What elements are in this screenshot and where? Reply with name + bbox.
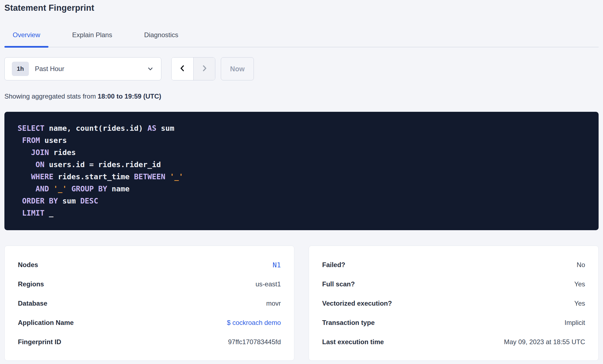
- time-range-badge: 1h: [12, 62, 29, 76]
- vectorized-value: Yes: [574, 300, 585, 307]
- database-label: Database: [18, 300, 47, 307]
- tab-bar: Overview Explain Plans Diagnostics: [4, 31, 599, 47]
- sql-code: SELECT name, count(rides.id) AS sum FROM…: [18, 122, 585, 219]
- regions-label: Regions: [18, 280, 44, 288]
- transaction-type-value: Implicit: [564, 319, 585, 327]
- tab-explain-plans[interactable]: Explain Plans: [64, 31, 120, 47]
- vectorized-label: Vectorized execution?: [322, 300, 392, 307]
- previous-interval-button[interactable]: [172, 58, 193, 80]
- detail-row-fingerprint-id: Fingerprint ID 97ffc170783445fd: [18, 332, 281, 352]
- failed-value: No: [577, 261, 585, 269]
- last-execution-value: May 09, 2023 at 18:55 UTC: [504, 338, 585, 346]
- fingerprint-id-value: 97ffc170783445fd: [228, 338, 281, 346]
- regions-value: us-east1: [256, 280, 281, 288]
- time-step-buttons: [171, 57, 215, 80]
- failed-label: Failed?: [322, 261, 345, 269]
- page-title: Statement Fingerprint: [4, 2, 599, 14]
- detail-row-last-execution: Last execution time May 09, 2023 at 18:5…: [322, 332, 585, 352]
- chevron-left-icon: [179, 64, 186, 73]
- statement-details-card: Nodes N1 Regions us-east1 Database movr …: [4, 246, 294, 361]
- nodes-label: Nodes: [18, 261, 38, 269]
- full-scan-value: Yes: [574, 280, 585, 288]
- time-range-select[interactable]: 1h Past Hour: [4, 57, 161, 80]
- statement-sql-box: SELECT name, count(rides.id) AS sum FROM…: [4, 112, 599, 230]
- aggregated-stats-text: Showing aggregated stats from 18:00 to 1…: [4, 92, 599, 101]
- time-range-label: Past Hour: [35, 65, 147, 73]
- detail-row-full-scan: Full scan? Yes: [322, 275, 585, 294]
- nodes-value-link[interactable]: N1: [273, 261, 281, 269]
- now-button[interactable]: Now: [221, 57, 254, 80]
- fingerprint-id-label: Fingerprint ID: [18, 338, 61, 346]
- detail-row-regions: Regions us-east1: [18, 275, 281, 294]
- detail-row-failed: Failed? No: [322, 255, 585, 275]
- application-name-label: Application Name: [18, 319, 74, 327]
- chevron-right-icon: [200, 64, 208, 73]
- detail-row-transaction-type: Transaction type Implicit: [322, 313, 585, 332]
- next-interval-button[interactable]: [193, 58, 215, 80]
- detail-row-database: Database movr: [18, 294, 281, 313]
- database-value: movr: [266, 300, 281, 307]
- tab-diagnostics[interactable]: Diagnostics: [136, 31, 186, 47]
- tab-overview[interactable]: Overview: [4, 31, 48, 47]
- application-name-value-link[interactable]: $ cockroach demo: [227, 319, 281, 327]
- time-controls: 1h Past Hour Now: [4, 57, 599, 80]
- aggregated-stats-range: 18:00 to 19:59 (UTC): [98, 93, 161, 100]
- transaction-type-label: Transaction type: [322, 319, 375, 327]
- chevron-down-icon: [147, 65, 154, 72]
- last-execution-label: Last execution time: [322, 338, 384, 346]
- full-scan-label: Full scan?: [322, 280, 355, 288]
- execution-attributes-card: Failed? No Full scan? Yes Vectorized exe…: [309, 246, 599, 361]
- detail-cards: Nodes N1 Regions us-east1 Database movr …: [4, 246, 599, 361]
- detail-row-vectorized: Vectorized execution? Yes: [322, 294, 585, 313]
- detail-row-nodes: Nodes N1: [18, 255, 281, 275]
- detail-row-application-name: Application Name $ cockroach demo: [18, 313, 281, 332]
